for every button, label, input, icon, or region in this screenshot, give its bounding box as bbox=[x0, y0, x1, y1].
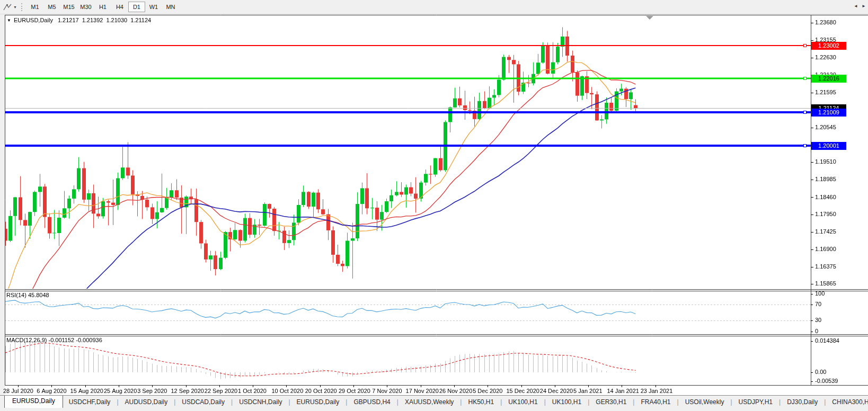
tab-usdchf-daily[interactable]: USDCHF,Daily bbox=[63, 396, 117, 408]
timeframe-button-w1[interactable]: W1 bbox=[145, 2, 162, 12]
timeframe-button-h4[interactable]: H4 bbox=[111, 2, 128, 12]
tab-audusd-daily[interactable]: AUDUSD,Daily bbox=[119, 396, 174, 408]
timeframe-button-m5[interactable]: M5 bbox=[43, 2, 60, 12]
timeframe-button-mn[interactable]: MN bbox=[162, 2, 179, 12]
tab-ger30-h1[interactable]: GER30,H1 bbox=[590, 396, 632, 408]
timeframe-button-h1[interactable]: H1 bbox=[94, 2, 111, 12]
symbol-dropdown-icon[interactable]: ▼ bbox=[7, 18, 11, 23]
tab-gbpusd-h4[interactable]: GBPUSD,H4 bbox=[348, 396, 396, 408]
tab-dj30-daily[interactable]: DJ30,Daily bbox=[781, 396, 823, 408]
tab-scroll-arrows: ◄ ► bbox=[851, 4, 866, 8]
top-toolbar: ▼ M1M5M15M30H1H4D1W1MN bbox=[0, 0, 868, 14]
tab-china300-h1[interactable]: CHINA300,H1 bbox=[826, 396, 868, 408]
timeframe-buttons: M1M5M15M30H1H4D1W1MN bbox=[26, 2, 179, 12]
timeframe-button-m30[interactable]: M30 bbox=[77, 2, 94, 12]
tab-uk100-h1[interactable]: UK100,H1 bbox=[546, 396, 587, 408]
ohlc-close: 1.21124 bbox=[130, 17, 151, 23]
tab-hk50-h1[interactable]: HK50,H1 bbox=[462, 396, 500, 408]
cursor-tool-icon[interactable] bbox=[2, 2, 13, 12]
chart-symbol-label: EURUSD,Daily bbox=[14, 17, 53, 23]
macd-indicator-label: MACD(12,26,9) -0.001152 -0.000936 bbox=[6, 337, 102, 343]
ohlc-low: 1.21030 bbox=[106, 17, 127, 23]
tab-eurusd-daily[interactable]: EURUSD,Daily bbox=[4, 395, 63, 408]
price-tag-1-23002: 1.23002 bbox=[811, 42, 846, 50]
tab-usdcnh-daily[interactable]: USDCNH,Daily bbox=[233, 396, 288, 408]
ohlc-open: 1.21217 bbox=[58, 17, 79, 23]
tab-eurusd-daily[interactable]: EURUSD,Daily bbox=[291, 396, 346, 408]
price-tag-1-22016: 1.22016 bbox=[811, 75, 846, 83]
tab-usoil-weekly[interactable]: USOil,Weekly bbox=[679, 396, 730, 408]
tab-xauusd-weekly[interactable]: XAUUSD,Weekly bbox=[399, 396, 459, 408]
toolbar-grip bbox=[21, 3, 22, 11]
timeframe-button-m1[interactable]: M1 bbox=[26, 2, 43, 12]
tab-scroll-left-icon[interactable]: ◄ bbox=[854, 4, 858, 8]
timeframe-button-d1[interactable]: D1 bbox=[128, 2, 145, 12]
price-tag-1-21009: 1.21009 bbox=[811, 109, 846, 117]
tab-uk100-h1[interactable]: UK100,H1 bbox=[502, 396, 543, 408]
tab-scroll-right-icon[interactable]: ► bbox=[862, 4, 866, 8]
chart-shift-marker-icon[interactable] bbox=[646, 16, 653, 20]
rsi-indicator-label: RSI(14) 45.8048 bbox=[6, 292, 49, 298]
price-chart-canvas[interactable] bbox=[0, 0, 868, 395]
chart-tab-bar: EURUSD,DailyUSDCHF,Daily|AUDUSD,Daily|US… bbox=[0, 395, 868, 408]
timeframe-button-m15[interactable]: M15 bbox=[60, 2, 77, 12]
ohlc-high: 1.21392 bbox=[82, 17, 103, 23]
chart-header: ▼EURUSD,Daily1.212171.213921.210301.2112… bbox=[7, 17, 154, 23]
price-tag-1-20001: 1.20001 bbox=[811, 142, 846, 150]
tab-usdcad-daily[interactable]: USDCAD,Daily bbox=[176, 396, 231, 408]
chevron-down-icon[interactable]: ▼ bbox=[13, 5, 17, 9]
tab-usdjpy-h1[interactable]: USDJPY,H1 bbox=[733, 396, 778, 408]
tab-fra40-h1[interactable]: FRA40,H1 bbox=[635, 396, 676, 408]
